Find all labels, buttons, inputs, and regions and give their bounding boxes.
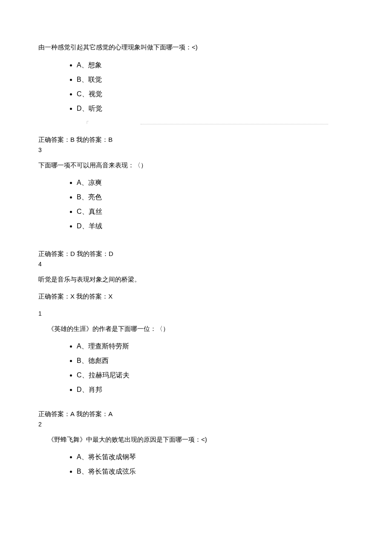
- question-number: 2: [38, 420, 354, 429]
- divider-row: 「: [38, 120, 354, 129]
- option-b: B、联觉: [77, 75, 354, 85]
- correct-answer-value: A: [70, 410, 75, 417]
- option-label: B、联觉: [77, 76, 102, 83]
- option-label: D、听觉: [77, 105, 102, 112]
- option-label: C、视觉: [77, 90, 102, 98]
- question-prompt: 《英雄的生涯》的作者是下面哪一位：〈）: [38, 324, 354, 334]
- correct-answer-label: 正确答案：: [38, 410, 70, 417]
- option-label: C、真丝: [77, 208, 102, 215]
- options-list: A、想象 B、联觉 C、视觉 D、听觉: [38, 60, 354, 114]
- option-label: A、理查斯特劳斯: [77, 342, 129, 350]
- option-a: A、想象: [77, 60, 354, 70]
- my-answer-label: 我的答案：: [75, 410, 108, 417]
- page-content: 由一种感觉引起其它感觉的心理现象叫做下面哪一项：<) A、想象 B、联觉 C、视…: [0, 0, 392, 508]
- option-d: D、听觉: [77, 104, 354, 114]
- option-d: D、羊绒: [77, 221, 354, 231]
- question-prompt: 《野蜂飞舞》中最大的败笔出现的原因是下面哪一项：<): [38, 435, 354, 445]
- question-prompt: 听觉是音乐与表现对象之间的桥梁。: [38, 275, 354, 285]
- question-number: 4: [38, 260, 354, 269]
- question-number: 1: [38, 309, 354, 318]
- options-list: A、理查斯特劳斯 B、德彪西 C、拉赫玛尼诺夫 D、肖邦: [38, 341, 354, 395]
- option-label: B、将长笛改成弦乐: [77, 468, 136, 475]
- my-answer-value: B: [108, 136, 112, 143]
- correct-answer-value: B: [70, 136, 75, 143]
- option-c: C、拉赫玛尼诺夫: [77, 370, 354, 380]
- option-c: C、视觉: [77, 89, 354, 99]
- answer-line: 正确答案：B 我的答案：B: [38, 135, 354, 145]
- option-b: B、亮色: [77, 192, 354, 202]
- corner-mark: 「: [84, 120, 89, 128]
- correct-answer-label: 正确答案：: [38, 293, 70, 300]
- option-label: B、亮色: [77, 193, 102, 201]
- question-prompt: 下面哪一项不可以用高音来表现：〈）: [38, 161, 354, 170]
- my-answer-value: A: [108, 410, 112, 417]
- option-label: C、拉赫玛尼诺夫: [77, 371, 130, 379]
- option-label: B、德彪西: [77, 357, 109, 364]
- my-answer-value: D: [109, 250, 113, 257]
- correct-answer-label: 正确答案：: [38, 136, 70, 143]
- answer-line: 正确答案：D 我的答案：D: [38, 249, 354, 259]
- option-d: D、肖邦: [77, 385, 354, 395]
- answer-line: 正确答案：X 我的答案：X: [38, 292, 354, 302]
- correct-answer-value: X: [70, 293, 75, 300]
- option-b: B、德彪西: [77, 356, 354, 366]
- option-label: D、羊绒: [77, 222, 102, 230]
- dotted-divider: [141, 124, 328, 124]
- option-c: C、真丝: [77, 207, 354, 217]
- question-prompt: 由一种感觉引起其它感觉的心理现象叫做下面哪一项：<): [38, 43, 354, 52]
- my-answer-label: 我的答案：: [75, 293, 108, 300]
- option-label: A、凉爽: [77, 179, 102, 186]
- answer-line: 正确答案：A 我的答案：A: [38, 409, 354, 419]
- question-number: 3: [38, 146, 354, 155]
- option-b: B、将长笛改成弦乐: [77, 466, 354, 477]
- option-a: A、凉爽: [77, 178, 354, 188]
- option-a: A、将长笛改成钢琴: [77, 452, 354, 462]
- option-a: A、理查斯特劳斯: [77, 341, 354, 351]
- my-answer-label: 我的答案：: [75, 250, 109, 257]
- correct-answer-label: 正确答案：: [38, 250, 70, 257]
- my-answer-label: 我的答案：: [75, 136, 108, 143]
- options-list: A、凉爽 B、亮色 C、真丝 D、羊绒: [38, 178, 354, 231]
- option-label: D、肖邦: [77, 386, 102, 393]
- option-label: A、想象: [77, 61, 102, 69]
- my-answer-value: X: [108, 293, 112, 300]
- option-label: A、将长笛改成钢琴: [77, 453, 136, 460]
- options-list: A、将长笛改成钢琴 B、将长笛改成弦乐: [38, 452, 354, 477]
- correct-answer-value: D: [70, 250, 75, 257]
